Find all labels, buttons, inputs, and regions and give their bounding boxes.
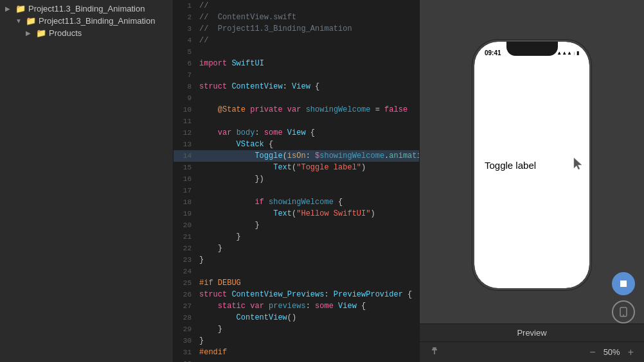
code-line-8: 8 struct ContentView: View {	[174, 81, 419, 92]
code-line-6: 6 import SwiftUI	[174, 58, 419, 69]
folder-icon: 📁	[36, 28, 46, 38]
preview-bottom-toolbar: − 50% +	[420, 341, 644, 362]
preview-label-text: Preview	[517, 328, 546, 338]
cursor-area	[571, 157, 584, 173]
main-container: ▶ 📁 Project11.3_Binding_Animation ▼ 📁 Pr…	[0, 0, 644, 362]
plus-icon: +	[628, 347, 634, 358]
code-line-29: 29 }	[174, 323, 419, 335]
folder-icon: 📁	[15, 4, 26, 13]
code-line-20: 20 }	[174, 220, 419, 231]
code-line-15: 15 Text("Toggle label")	[174, 162, 419, 173]
code-line-24: 24	[174, 266, 419, 277]
zoom-in-button[interactable]: +	[625, 345, 636, 359]
code-line-22: 22 }	[174, 243, 419, 254]
code-line-18: 18 if showingWelcome {	[174, 196, 419, 208]
phone-container: 09:41 ▲▲▲ ᵢ ▮ Toggle label	[466, 0, 598, 323]
sidebar-item-products[interactable]: ▶ 📁 Products	[0, 27, 173, 39]
code-line-27: 27 static var previews: some View {	[174, 300, 419, 312]
code-line-21: 21 }	[174, 231, 419, 243]
preview-device-button[interactable]	[612, 300, 635, 323]
svg-point-2	[623, 315, 624, 316]
pin-button[interactable]	[427, 345, 442, 359]
wifi-icon: ᵢ	[574, 50, 575, 56]
stop-icon	[619, 279, 628, 288]
svg-rect-0	[620, 280, 627, 287]
sidebar-item-label: Project11.3_Binding_Animation	[28, 4, 145, 13]
code-line-31: 31 #endif	[174, 347, 419, 358]
signal-icon: ▲▲▲	[557, 50, 572, 56]
code-line-9: 9	[174, 92, 419, 104]
sidebar: ▶ 📁 Project11.3_Binding_Animation ▼ 📁 Pr…	[0, 0, 174, 362]
code-line-10: 10 @State private var showingWelcome = f…	[174, 104, 419, 116]
status-time: 09:41	[485, 49, 501, 56]
code-line-11: 11	[174, 116, 419, 127]
code-line-23: 23 }	[174, 254, 419, 266]
battery-icon: ▮	[577, 50, 579, 56]
arrow-icon: ▼	[15, 17, 23, 24]
code-line-16: 16 })	[174, 173, 419, 185]
code-line-32: 32	[174, 358, 419, 362]
cursor-icon	[571, 157, 584, 171]
code-line-13: 13 VStack {	[174, 139, 419, 150]
code-line-7: 7	[174, 69, 419, 81]
code-line-25: 25 #if DEBUG	[174, 277, 419, 289]
zoom-out-button[interactable]: −	[587, 345, 598, 359]
minus-icon: −	[589, 347, 595, 358]
arrow-spacer: ▶	[26, 30, 33, 37]
sidebar-item-label: Project11.3_Binding_Animation	[39, 16, 155, 26]
sidebar-item-project-root[interactable]: ▶ 📁 Project11.3_Binding_Animation	[0, 3, 173, 15]
code-line-17: 17	[174, 185, 419, 196]
code-line-26: 26 struct ContentView_Previews: PreviewP…	[174, 289, 419, 300]
preview-controls	[612, 272, 635, 323]
zoom-level: 50%	[604, 347, 620, 357]
pin-icon	[430, 347, 439, 356]
code-line-12: 12 var body: some View {	[174, 127, 419, 139]
sidebar-item-label: Products	[49, 28, 82, 38]
folder-icon: 📁	[26, 16, 36, 26]
toolbar-right: − 50% +	[587, 345, 636, 359]
phone-screen: 09:41 ▲▲▲ ᵢ ▮ Toggle label	[474, 42, 589, 288]
code-line-5: 5	[174, 46, 419, 58]
code-editor[interactable]: 1 // 2 // ContentView.swift 3 // Project…	[174, 0, 419, 362]
code-line-1: 1 //	[174, 0, 419, 12]
code-line-2: 2 // ContentView.swift	[174, 12, 419, 23]
phone-notch	[506, 42, 558, 56]
phone-icon	[620, 307, 627, 317]
sidebar-item-project[interactable]: ▼ 📁 Project11.3_Binding_Animation	[0, 15, 173, 27]
code-line-4: 4 //	[174, 35, 419, 46]
code-line-14: 14 Toggle(isOn: $showingWelcome.animatio…	[174, 150, 419, 162]
code-line-3: 3 // Project11.3_Binding_Animation	[174, 23, 419, 35]
preview-label: Preview	[420, 323, 644, 341]
status-icons: ▲▲▲ ᵢ ▮	[557, 50, 579, 56]
preview-play-button[interactable]	[612, 272, 635, 295]
arrow-icon: ▶	[5, 5, 13, 12]
code-line-19: 19 Text("Hellow SwiftUI")	[174, 208, 419, 220]
preview-panel: 09:41 ▲▲▲ ᵢ ▮ Toggle label	[419, 0, 644, 362]
phone-mockup: 09:41 ▲▲▲ ᵢ ▮ Toggle label	[472, 40, 591, 290]
code-line-30: 30 }	[174, 335, 419, 347]
toolbar-left	[427, 345, 442, 359]
code-line-28: 28 ContentView()	[174, 312, 419, 323]
toggle-label: Toggle label	[485, 160, 536, 171]
